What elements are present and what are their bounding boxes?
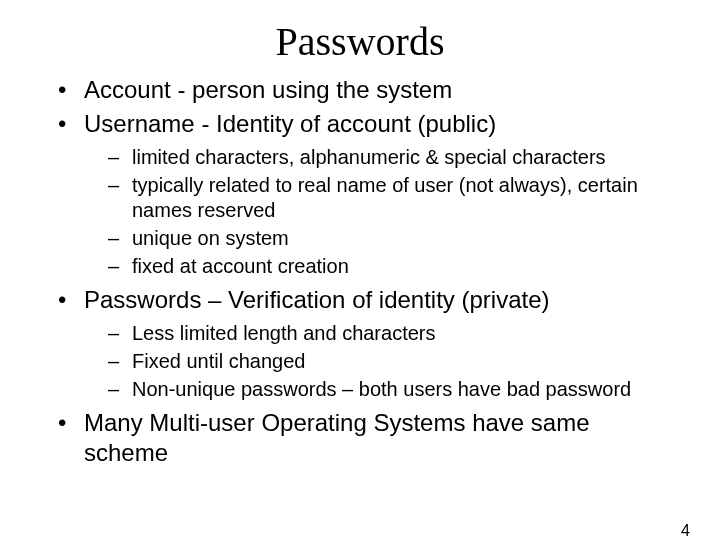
bullet-text: Passwords – Verification of identity (pr… <box>84 286 550 313</box>
sub-bullet-item: Less limited length and characters <box>108 321 680 346</box>
bullet-item: Account - person using the system <box>50 75 680 105</box>
bullet-text: Many Multi-user Operating Systems have s… <box>84 409 590 466</box>
sub-bullet-list: limited characters, alphanumeric & speci… <box>84 145 680 279</box>
bullet-item: Passwords – Verification of identity (pr… <box>50 285 680 402</box>
page-number: 4 <box>681 522 690 540</box>
bullet-list: Account - person using the system Userna… <box>50 75 680 468</box>
sub-bullet-item: limited characters, alphanumeric & speci… <box>108 145 680 170</box>
sub-bullet-item: typically related to real name of user (… <box>108 173 680 223</box>
bullet-item: Username - Identity of account (public) … <box>50 109 680 279</box>
bullet-text: Account - person using the system <box>84 76 452 103</box>
sub-bullet-item: unique on system <box>108 226 680 251</box>
slide: Passwords Account - person using the sys… <box>0 18 720 540</box>
bullet-item: Many Multi-user Operating Systems have s… <box>50 408 680 468</box>
sub-bullet-item: Fixed until changed <box>108 349 680 374</box>
sub-bullet-item: fixed at account creation <box>108 254 680 279</box>
sub-bullet-item: Non-unique passwords – both users have b… <box>108 377 680 402</box>
slide-title: Passwords <box>0 18 720 65</box>
bullet-text: Username - Identity of account (public) <box>84 110 496 137</box>
sub-bullet-list: Less limited length and characters Fixed… <box>84 321 680 402</box>
